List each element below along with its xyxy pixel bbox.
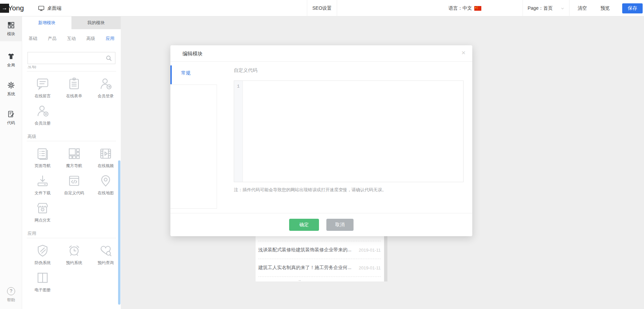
module-item-label: 在线表单 xyxy=(66,93,82,99)
panel-scrollbar[interactable] xyxy=(118,160,120,305)
global-tshirt-icon xyxy=(7,52,15,60)
rail-item-modules[interactable]: 模块 xyxy=(0,16,22,41)
desktop-monitor-icon xyxy=(38,5,45,12)
code-doc-icon xyxy=(7,110,15,118)
tab-my-modules[interactable]: 我的模块 xyxy=(71,16,121,29)
panel-tabs: 新增模块 我的模块 xyxy=(22,16,121,29)
category-advanced[interactable]: 高级 xyxy=(87,35,95,42)
module-item-form[interactable]: 在线表单 xyxy=(58,76,90,104)
page-selector-label: Page：首页 xyxy=(528,5,553,11)
section-divider xyxy=(27,238,116,238)
dialog-tab-list-panel xyxy=(170,85,217,209)
active-tab-indicator xyxy=(170,65,172,84)
module-grid-advanced: 页面导航 魔方导航 在线视频 文件下载 自定义代码 在线地图 网点分支 xyxy=(22,146,121,228)
module-item-label: 在线地图 xyxy=(98,190,114,196)
news-list: 浅谈装配式装修给建筑装饰装修企业带来的... 2019-01-11 建筑工人实名… xyxy=(258,236,381,281)
module-item-video[interactable]: 在线视频 xyxy=(90,146,121,173)
news-list-module[interactable]: 浅谈装配式装修给建筑装饰装修企业带来的... 2019-01-11 建筑工人实名… xyxy=(256,236,387,281)
module-item-label: 在线留言 xyxy=(35,93,51,99)
preview-button[interactable]: 预览 xyxy=(600,0,610,16)
module-item-message[interactable]: 在线留言 xyxy=(27,76,58,104)
language-label: 语言：中文 xyxy=(448,5,472,11)
custom-code-label: 自定义代码 xyxy=(234,67,257,73)
save-button[interactable]: 保存 xyxy=(622,3,643,13)
module-item-label: 魔方导航 xyxy=(66,163,82,169)
download-icon xyxy=(35,173,50,188)
section-title-application: 应用 xyxy=(28,230,121,237)
user-login-icon xyxy=(98,76,113,91)
module-item-cube-nav[interactable]: 魔方导航 xyxy=(58,146,90,173)
module-grid-interactive: 在线留言 在线表单 会员登录 会员注册 xyxy=(22,76,121,131)
clear-button[interactable]: 清空 xyxy=(578,0,587,16)
module-item-label: 电子图册 xyxy=(35,287,51,293)
module-item-label: 文件下载 xyxy=(35,190,51,196)
category-basic[interactable]: 基础 xyxy=(29,35,37,42)
news-scrollbar[interactable] xyxy=(384,236,387,281)
user-register-icon xyxy=(35,104,50,118)
news-title[interactable]: 建筑工人实名制真的来了！施工劳务企业何... xyxy=(258,265,352,271)
shield-icon xyxy=(35,243,50,258)
module-item-map[interactable]: 在线地图 xyxy=(90,173,121,201)
category-interactive[interactable]: 互动 xyxy=(67,35,76,42)
module-item-label: 会员登录 xyxy=(98,93,114,99)
system-gear-icon xyxy=(7,81,15,89)
category-product[interactable]: 产品 xyxy=(48,35,57,42)
module-grid-application: 防伪系统 预约系统 预约查询 电子图册 xyxy=(22,243,121,298)
news-row-clipped: .. xyxy=(258,277,381,281)
module-item-page-nav[interactable]: 页面导航 xyxy=(27,146,58,173)
category-application[interactable]: 应用 xyxy=(106,35,114,42)
rail-item-code[interactable]: 代码 xyxy=(0,108,22,128)
search-icon[interactable] xyxy=(105,55,112,62)
confirm-button[interactable]: 确定 xyxy=(289,219,319,231)
help-icon: ? xyxy=(7,287,15,295)
news-title[interactable]: 浅谈装配式装修给建筑装饰装修企业带来的... xyxy=(258,247,352,253)
module-item-label: 预约系统 xyxy=(66,260,82,266)
module-item-anti-fake[interactable]: 防伪系统 xyxy=(27,243,58,270)
modules-grid-icon xyxy=(7,21,15,29)
page-nav-icon xyxy=(35,146,50,161)
code-editor-input[interactable] xyxy=(243,81,463,182)
edit-module-dialog: 编辑模块 × 常规 自定义代码 1 注：插件代码可能会导致您的网站出现错误或打开… xyxy=(170,45,472,236)
module-item-label: 在线视频 xyxy=(98,163,114,169)
rail-item-global[interactable]: 全局 xyxy=(0,50,22,70)
language-switcher[interactable]: 语言：中文 xyxy=(448,0,481,16)
news-row[interactable]: 浅谈装配式装修给建筑装饰装修企业带来的... 2019-01-11 xyxy=(258,241,381,259)
page-selector[interactable]: Page：首页 xyxy=(523,0,570,16)
dialog-footer: 确定 取消 xyxy=(170,213,472,236)
dialog-title: 编辑模块 xyxy=(182,45,203,62)
seo-settings-button[interactable]: SEO设置 xyxy=(307,0,337,16)
cube-nav-icon xyxy=(67,146,82,161)
tab-add-module[interactable]: 新增模块 xyxy=(22,16,71,29)
dialog-header: 编辑模块 × xyxy=(170,45,472,62)
alarm-clock-icon xyxy=(67,243,82,258)
module-item-ebook[interactable]: 电子图册 xyxy=(27,270,58,298)
news-row[interactable]: 建筑工人实名制真的来了！施工劳务企业何... 2019-01-11 xyxy=(258,259,381,276)
module-item-custom-code[interactable]: 自定义代码 xyxy=(58,173,90,201)
rail-item-system[interactable]: 系统 xyxy=(0,79,22,99)
search-input[interactable] xyxy=(31,52,108,64)
heart-search-icon xyxy=(98,243,113,258)
module-item-file-download[interactable]: 文件下载 xyxy=(27,173,58,201)
device-label: 桌面端 xyxy=(47,5,61,11)
section-title-advanced: 高级 xyxy=(28,134,121,140)
module-item-booking-query[interactable]: 预约查询 xyxy=(90,243,121,270)
news-date: 2019-01-11 xyxy=(359,265,381,270)
device-switch-desktop[interactable]: 桌面端 xyxy=(38,0,61,16)
rail-item-label: 系统 xyxy=(7,91,15,97)
cancel-button[interactable]: 取消 xyxy=(326,219,354,231)
close-icon[interactable]: × xyxy=(462,49,466,56)
module-item-label: 预约查询 xyxy=(98,260,114,266)
module-item-booking-system[interactable]: 预约系统 xyxy=(58,243,90,270)
module-item-member-register[interactable]: 会员注册 xyxy=(27,104,58,131)
module-item-label: 防伪系统 xyxy=(35,260,51,266)
store-branch-icon xyxy=(35,201,50,215)
dialog-tab-general[interactable]: 常规 xyxy=(181,70,191,76)
section-divider xyxy=(27,71,116,71)
module-item-store-branch[interactable]: 网点分支 xyxy=(27,201,58,228)
map-pin-icon xyxy=(98,173,113,188)
help-button[interactable]: ? 帮助 xyxy=(0,287,22,303)
category-nav: 基础 产品 互动 高级 应用 xyxy=(22,35,121,42)
chevron-down-icon xyxy=(560,6,565,11)
module-panel: 新增模块 我的模块 基础 产品 互动 高级 应用 互动 在线留言 在线表单 会员… xyxy=(22,16,121,309)
module-item-member-login[interactable]: 会员登录 xyxy=(90,76,121,104)
